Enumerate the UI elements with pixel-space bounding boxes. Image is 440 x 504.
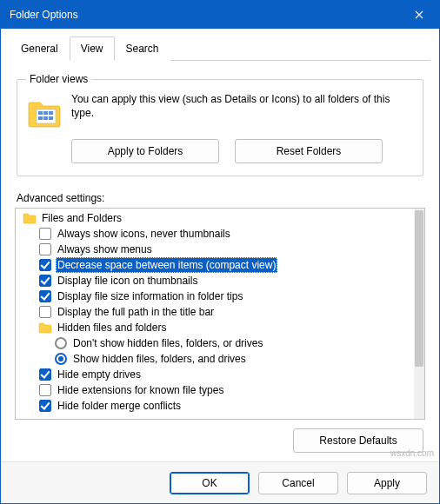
tree-item[interactable]: Display file size information in folder …	[35, 288, 410, 304]
advanced-settings-tree[interactable]: Files and Folders Always show icons, nev…	[15, 208, 425, 420]
restore-defaults-button[interactable]: Restore Defaults	[293, 428, 423, 453]
checkbox-icon[interactable]	[38, 274, 52, 288]
folder-views-desc: You can apply this view (such as Details…	[71, 92, 414, 130]
svg-rect-4	[38, 116, 43, 120]
folder-views-group: Folder views You can apply this view (su…	[17, 73, 423, 176]
tree-item-label: Decrease space between items (compact vi…	[56, 257, 277, 273]
tree-item-label: Always show menus	[56, 242, 154, 257]
checkbox-icon[interactable]	[38, 399, 52, 413]
advanced-settings-label: Advanced settings:	[17, 192, 423, 204]
svg-rect-5	[43, 116, 48, 120]
tree-item-label: Don't show hidden files, folders, or dri…	[71, 335, 264, 351]
checkbox-icon[interactable]	[38, 242, 52, 256]
folder-views-row: You can apply this view (such as Details…	[26, 92, 414, 130]
tree-inner: Files and Folders Always show icons, nev…	[16, 209, 414, 419]
folder-options-window: Folder Options General View Search Folde…	[0, 0, 440, 504]
window-title: Folder Options	[10, 9, 399, 21]
ok-button[interactable]: OK	[170, 472, 250, 494]
tab-view[interactable]: View	[70, 36, 115, 61]
folder-views-buttons: Apply to Folders Reset Folders	[71, 139, 414, 163]
tree-item[interactable]: Show hidden files, folders, and drives	[50, 351, 410, 367]
checkbox-icon[interactable]	[38, 305, 52, 319]
tree-item-label: Display the full path in the title bar	[56, 304, 216, 320]
tree-subfolder[interactable]: Hidden files and folders	[35, 320, 410, 335]
tab-search[interactable]: Search	[115, 36, 170, 61]
tree-subfolder-label: Hidden files and folders	[56, 320, 168, 335]
content-area: General View Search Folder views Y	[1, 29, 439, 461]
reset-folders-button[interactable]: Reset Folders	[235, 139, 383, 163]
tab-panel-view: Folder views You can apply this view (su…	[10, 61, 430, 461]
scrollbar[interactable]	[414, 209, 424, 419]
tree-item[interactable]: Display the full path in the title bar	[35, 304, 410, 320]
folder-views-legend: Folder views	[26, 73, 91, 85]
svg-rect-3	[49, 111, 53, 115]
radio-icon[interactable]	[54, 352, 68, 366]
tree-item[interactable]: Decrease space between items (compact vi…	[35, 257, 410, 273]
checkbox-icon[interactable]	[38, 227, 52, 241]
checkbox-icon[interactable]	[38, 258, 52, 272]
tree-item-label: Hide extensions for known file types	[56, 382, 225, 398]
tree-item-label: Hide folder merge conflicts	[56, 398, 183, 414]
close-icon	[415, 10, 423, 19]
checkbox-icon[interactable]	[38, 289, 52, 303]
tree-item-label: Always show icons, never thumbnails	[56, 226, 232, 242]
tree-item[interactable]: Don't show hidden files, folders, or dri…	[50, 335, 410, 351]
dialog-footer: OK Cancel Apply	[1, 461, 439, 503]
restore-row: Restore Defaults	[15, 420, 425, 456]
tree-item[interactable]: Display file icon on thumbnails	[35, 273, 410, 288]
tree-folder-root[interactable]: Files and Folders	[19, 210, 410, 226]
svg-rect-6	[49, 116, 53, 120]
checkbox-icon[interactable]	[38, 383, 52, 397]
scrollbar-thumb[interactable]	[415, 210, 423, 367]
folder-icon	[26, 94, 63, 130]
apply-button[interactable]: Apply	[347, 472, 427, 494]
tree-item-label: Display file icon on thumbnails	[56, 273, 199, 288]
svg-rect-2	[43, 111, 48, 115]
tree-root-label: Files and Folders	[40, 210, 123, 226]
tree-item[interactable]: Always show menus	[35, 242, 410, 257]
checkbox-icon[interactable]	[38, 368, 52, 381]
tree-item[interactable]: Always show icons, never thumbnails	[35, 226, 410, 242]
folder-small-icon	[38, 321, 52, 335]
tree-item-label: Show hidden files, folders, and drives	[71, 351, 248, 367]
radio-icon[interactable]	[54, 336, 68, 350]
apply-to-folders-button[interactable]: Apply to Folders	[71, 139, 219, 163]
titlebar: Folder Options	[1, 1, 439, 29]
tab-strip: General View Search	[10, 36, 430, 61]
svg-rect-1	[38, 111, 43, 115]
tab-general[interactable]: General	[10, 36, 70, 61]
cancel-button[interactable]: Cancel	[258, 472, 338, 494]
close-button[interactable]	[399, 1, 439, 29]
tree-item[interactable]: Hide empty drives	[35, 367, 410, 382]
tree-item-label: Display file size information in folder …	[56, 288, 244, 304]
tree-item[interactable]: Hide extensions for known file types	[35, 382, 410, 398]
tree-item-label: Hide empty drives	[56, 367, 143, 382]
folder-small-icon	[23, 211, 37, 225]
tree-item[interactable]: Hide folder merge conflicts	[35, 398, 410, 414]
